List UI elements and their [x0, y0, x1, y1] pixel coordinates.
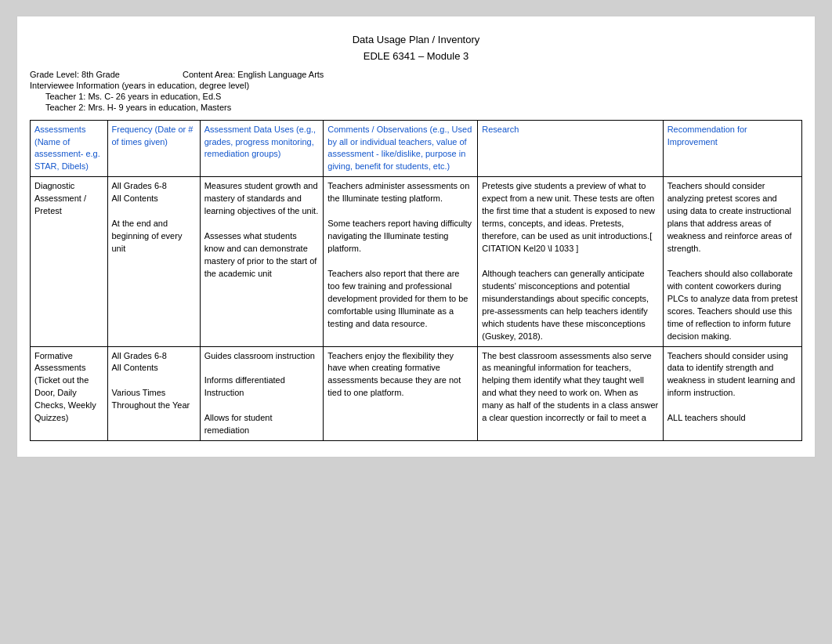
table-row: Diagnostic Assessment / Pretest All Grad…: [31, 177, 802, 346]
row1-col4: Teachers administer assessments on the I…: [324, 177, 478, 346]
row2-col1: Formative Assessments (Ticket out the Do…: [31, 346, 108, 441]
header-col5: Research: [478, 120, 663, 177]
header-col1: Assessments (Name of assessment- e.g. ST…: [31, 120, 108, 177]
content-area: Content Area: English Language Arts: [183, 70, 324, 79]
row1-col5: Pretests give students a preview of what…: [478, 177, 663, 346]
teacher1: Teacher 1: Ms. C- 26 years in education,…: [45, 92, 802, 101]
table-row: Formative Assessments (Ticket out the Do…: [31, 346, 802, 441]
row1-col2: All Grades 6-8 All Contents At the end a…: [107, 177, 200, 346]
row2-col5: The best classroom assessments also serv…: [478, 346, 663, 441]
teacher2: Teacher 2: Mrs. H- 9 years in education,…: [45, 103, 802, 112]
header-col2: Frequency (Date or # of times given): [107, 120, 200, 177]
data-table: Assessments (Name of assessment- e.g. ST…: [30, 120, 802, 442]
table-header-row: Assessments (Name of assessment- e.g. ST…: [31, 120, 802, 177]
row2-col6: Teachers should consider using data to i…: [663, 346, 801, 441]
header-col3: Assessment Data Uses (e.g., grades, prog…: [200, 120, 324, 177]
row1-col1: Diagnostic Assessment / Pretest: [31, 177, 108, 346]
meta-info: Grade Level: 8th Grade Content Area: Eng…: [30, 70, 802, 112]
row2-col4: Teachers enjoy the flexibility they have…: [324, 346, 478, 441]
row1-col3: Measures student growth and mastery of s…: [200, 177, 324, 346]
interviewee-label: Interviewee Information (years in educat…: [30, 81, 802, 90]
page-title: Data Usage Plan / Inventory EDLE 6341 – …: [30, 32, 802, 65]
header-col6: Recommendation for Improvement: [663, 120, 801, 177]
header-col4: Comments / Observations (e.g., Used by a…: [324, 120, 478, 177]
row2-col2: All Grades 6-8 All Contents Various Time…: [107, 346, 200, 441]
page-container: Data Usage Plan / Inventory EDLE 6341 – …: [16, 16, 816, 458]
row2-col3: Guides classroom instruction Informs dif…: [200, 346, 324, 441]
row1-col6: Teachers should consider analyzing prete…: [663, 177, 801, 346]
grade-level: Grade Level: 8th Grade: [30, 70, 120, 79]
